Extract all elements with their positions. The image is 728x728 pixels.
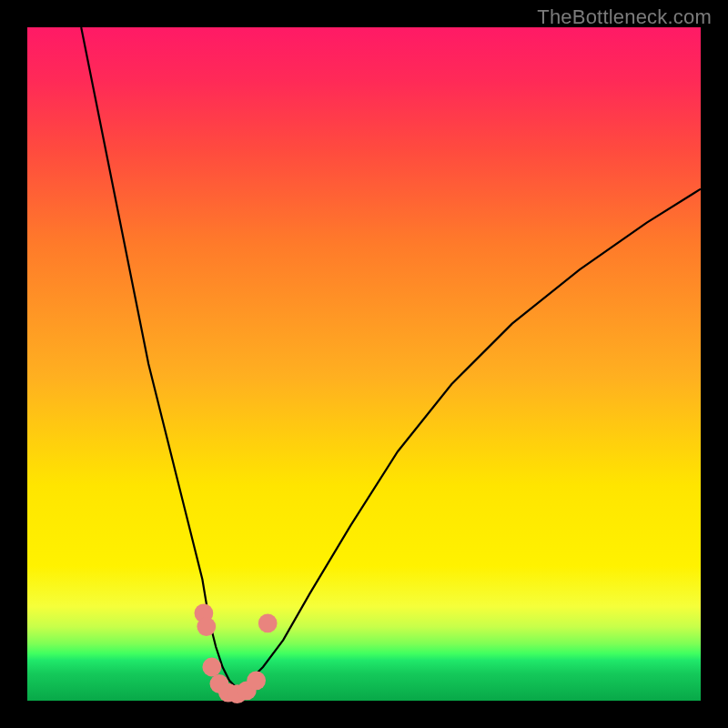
chart-svg xyxy=(27,27,701,701)
plot-area xyxy=(27,27,701,701)
curve-markers xyxy=(195,603,278,703)
bottleneck-curve xyxy=(81,27,701,687)
figure-canvas: TheBottleneck.com xyxy=(0,0,728,728)
watermark-text: TheBottleneck.com xyxy=(537,5,712,29)
curve-marker xyxy=(197,617,216,636)
curve-marker xyxy=(202,658,221,677)
curve-marker xyxy=(258,614,278,633)
curve-marker xyxy=(247,671,266,690)
